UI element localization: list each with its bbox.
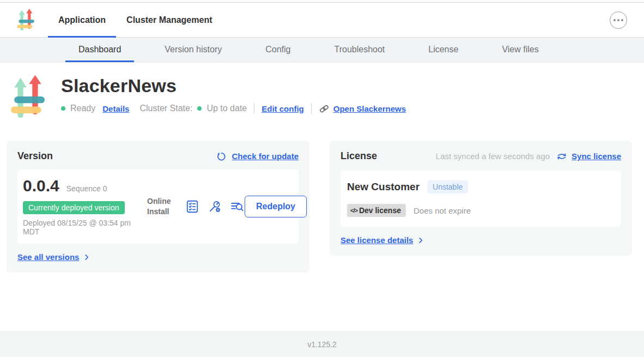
sub-tab-dashboard-label: Dashboard bbox=[78, 45, 121, 55]
chain-link-icon bbox=[319, 104, 330, 113]
last-synced-text: Last synced a few seconds ago bbox=[436, 152, 550, 161]
version-card-header: Version Check for update bbox=[17, 150, 299, 162]
license-type-label: Dev license bbox=[359, 206, 401, 215]
version-card-title: Version bbox=[17, 150, 53, 162]
app-header: SlackerNews Ready Details Cluster State:… bbox=[11, 75, 406, 120]
sub-tab-view-files-label: View files bbox=[502, 45, 538, 55]
deployed-badge: Currently deployed version bbox=[23, 201, 125, 214]
footer: v1.125.2 bbox=[0, 331, 644, 357]
customer-name: New Customer bbox=[347, 181, 420, 193]
version-number: 0.0.4 bbox=[23, 177, 59, 195]
overflow-menu-button[interactable] bbox=[610, 11, 627, 29]
divider bbox=[311, 103, 312, 114]
redeploy-button[interactable]: Redeploy bbox=[245, 196, 307, 217]
app-logo-icon bbox=[11, 75, 45, 120]
ellipsis-dot bbox=[621, 19, 623, 21]
version-info: 0.0.4 Sequence 0 Currently deployed vers… bbox=[23, 177, 147, 236]
chevron-right-icon bbox=[417, 237, 424, 244]
app-status-text: Ready bbox=[70, 104, 95, 113]
status-details-link[interactable]: Details bbox=[102, 104, 129, 113]
see-all-versions-group[interactable]: See all versions bbox=[17, 252, 299, 262]
see-license-details-link[interactable]: See license details bbox=[341, 235, 413, 245]
cluster-state-label: Cluster State: bbox=[139, 104, 192, 113]
ellipsis-dot bbox=[613, 19, 616, 21]
top-nav: Application Cluster Management bbox=[0, 3, 644, 38]
cluster-state-dot bbox=[197, 106, 202, 111]
license-card-header: License Last synced a few seconds ago Sy… bbox=[341, 150, 621, 162]
license-expiry: Does not expire bbox=[414, 206, 471, 215]
current-version-panel: 0.0.4 Sequence 0 Currently deployed vers… bbox=[17, 170, 299, 244]
sync-icon bbox=[556, 152, 567, 161]
code-icon: </> bbox=[350, 207, 357, 214]
sub-tab-config-label: Config bbox=[265, 45, 290, 55]
app-header-text: SlackerNews Ready Details Cluster State:… bbox=[61, 75, 406, 120]
sync-license-link[interactable]: Sync license bbox=[572, 152, 621, 161]
sub-tab-config[interactable]: Config bbox=[252, 38, 303, 62]
license-info-panel: New Customer Unstable </> Dev license Do… bbox=[341, 171, 621, 227]
app-sub-nav: Dashboard Version history Config Trouble… bbox=[0, 38, 644, 63]
app-status-row: Ready Details Cluster State: Up to date … bbox=[61, 103, 406, 114]
sub-tab-version-history-label: Version history bbox=[165, 45, 222, 55]
version-sequence: Sequence 0 bbox=[66, 184, 107, 193]
sub-tab-troubleshoot-label: Troubleshoot bbox=[334, 45, 385, 55]
brand-logo-icon bbox=[15, 9, 36, 32]
see-all-versions-link[interactable]: See all versions bbox=[17, 252, 79, 262]
check-for-update-link[interactable]: Check for update bbox=[232, 152, 299, 161]
top-tab-application[interactable]: Application bbox=[48, 3, 116, 37]
license-type-badge: </> Dev license bbox=[347, 204, 406, 217]
sub-tab-license-label: License bbox=[428, 45, 458, 55]
top-nav-spacer bbox=[222, 3, 610, 37]
app-title: SlackerNews bbox=[61, 75, 406, 96]
top-tab-cluster-management-label: Cluster Management bbox=[126, 15, 212, 25]
version-action-icons bbox=[185, 199, 245, 214]
sub-tab-license[interactable]: License bbox=[415, 38, 471, 62]
sub-tab-dashboard[interactable]: Dashboard bbox=[65, 38, 134, 62]
sub-tab-version-history[interactable]: Version history bbox=[151, 38, 235, 62]
sub-tab-troubleshoot[interactable]: Troubleshoot bbox=[321, 38, 398, 62]
channel-badge: Unstable bbox=[427, 180, 468, 193]
check-update-group[interactable]: Check for update bbox=[216, 150, 299, 162]
license-card-title: License bbox=[341, 150, 377, 162]
admin-console-page: Application Cluster Management Dashboard… bbox=[0, 0, 644, 357]
dashboard-cards: Version Check for update 0.0.4 Sequence … bbox=[7, 141, 634, 273]
divider bbox=[254, 103, 254, 114]
top-tab-application-label: Application bbox=[58, 15, 106, 25]
open-app-link[interactable]: Open Slackernews bbox=[333, 104, 406, 113]
chevron-right-icon bbox=[83, 253, 90, 261]
deployed-timestamp: Deployed 08/15/25 @ 03:54 pm MDT bbox=[23, 219, 138, 236]
preflight-checks-icon[interactable] bbox=[185, 199, 199, 214]
ellipsis-dot bbox=[617, 19, 619, 21]
cluster-state-value: Up to date bbox=[206, 104, 247, 113]
console-version: v1.125.2 bbox=[307, 340, 337, 349]
install-type-label: Online Install bbox=[147, 196, 178, 216]
see-license-details-group[interactable]: See license details bbox=[341, 235, 621, 245]
version-card: Version Check for update 0.0.4 Sequence … bbox=[7, 141, 309, 273]
edit-config-link[interactable]: Edit config bbox=[262, 104, 304, 113]
license-card: License Last synced a few seconds ago Sy… bbox=[330, 141, 632, 256]
refresh-icon bbox=[216, 150, 227, 162]
top-tab-cluster-management[interactable]: Cluster Management bbox=[116, 3, 222, 37]
deploy-logs-icon[interactable] bbox=[230, 199, 245, 214]
sub-tab-view-files[interactable]: View files bbox=[489, 38, 551, 62]
app-status-dot bbox=[61, 106, 65, 111]
edit-config-icon[interactable] bbox=[208, 199, 222, 214]
